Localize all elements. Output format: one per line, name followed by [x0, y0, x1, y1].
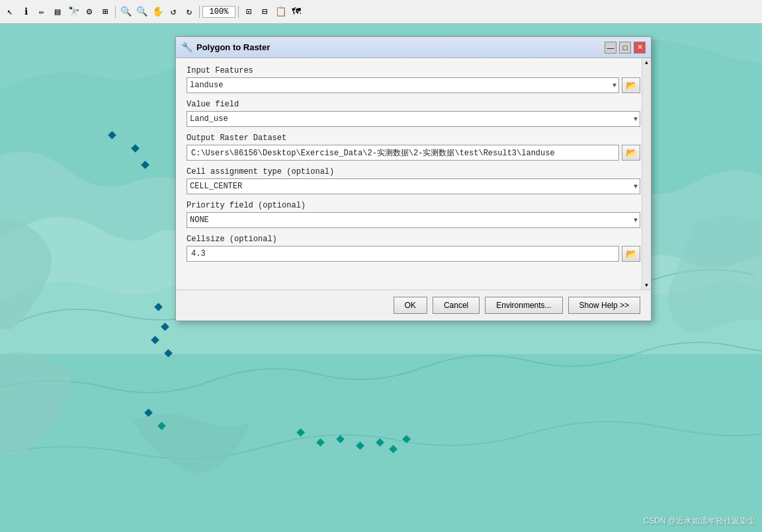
cellsize-row: 📂 — [187, 246, 640, 262]
dialog-title-icon: 🔧 — [181, 42, 192, 53]
dialog-footer: OK Cancel Environments... Show Help >> — [176, 289, 651, 321]
priority-field-group: Priority field (optional) NONE ▼ — [187, 201, 640, 228]
info-icon[interactable]: ℹ — [19, 5, 33, 19]
output-raster-input[interactable] — [187, 145, 619, 161]
input-features-browse-button[interactable]: 📂 — [622, 77, 640, 93]
tool12-icon[interactable]: 🗺 — [289, 5, 304, 19]
cellsize-label: Cellsize (optional) — [187, 235, 640, 244]
cell-assignment-select-wrapper: CELL_CENTER ▼ — [187, 178, 640, 194]
output-raster-browse-button[interactable]: 📂 — [622, 145, 640, 161]
dialog-title-buttons: — □ ✕ — [605, 42, 646, 54]
watermark: CSDN @近水如流年轻往返染尘 — [643, 515, 755, 527]
minimize-button[interactable]: — — [605, 42, 616, 54]
scroll-down-arrow[interactable]: ▼ — [645, 282, 648, 288]
cancel-button[interactable]: Cancel — [433, 297, 480, 314]
tool10-icon[interactable]: ⊟ — [257, 5, 272, 19]
scroll-up-arrow[interactable]: ▲ — [645, 59, 648, 65]
cellsize-input[interactable] — [187, 246, 619, 262]
tool6-icon[interactable]: ⊞ — [98, 5, 112, 19]
output-raster-group: Output Raster Dataset 📂 — [187, 133, 640, 161]
dialog-title-text: Polygon to Raster — [196, 42, 270, 52]
show-help-button[interactable]: Show Help >> — [568, 297, 640, 314]
pan-icon[interactable]: ✋ — [150, 5, 165, 19]
priority-field-label: Priority field (optional) — [187, 201, 640, 210]
tool7-icon[interactable]: ↺ — [166, 5, 181, 19]
binoculars-icon[interactable]: 🔭 — [66, 5, 81, 19]
cell-assignment-label: Cell assignment type (optional) — [187, 167, 640, 176]
value-field-select[interactable]: Land_use — [187, 111, 640, 127]
cell-assignment-group: Cell assignment type (optional) CELL_CEN… — [187, 167, 640, 194]
sep2 — [199, 6, 200, 18]
zoom-level[interactable]: 100% — [202, 6, 235, 18]
value-field-group: Value field Land_use ▼ — [187, 100, 640, 127]
maximize-button[interactable]: □ — [619, 42, 631, 54]
tool8-icon[interactable]: ↻ — [182, 5, 196, 19]
value-field-label: Value field — [187, 100, 640, 109]
value-field-row: Land_use ▼ — [187, 111, 640, 127]
scrollbar[interactable]: ▲ ▼ — [642, 58, 651, 289]
sep3 — [238, 6, 239, 18]
dialog-titlebar: 🔧 Polygon to Raster — □ ✕ — [176, 37, 651, 58]
sep1 — [115, 6, 116, 18]
priority-field-select[interactable]: NONE — [187, 212, 640, 228]
zoom-out-icon[interactable]: 🔍 — [134, 5, 149, 19]
close-button[interactable]: ✕ — [634, 42, 646, 54]
polygon-to-raster-dialog: 🔧 Polygon to Raster — □ ✕ ▲ ▼ Input Feat… — [175, 36, 652, 321]
input-features-select[interactable]: landuse — [187, 77, 619, 93]
input-features-label: Input Features — [187, 66, 640, 75]
output-raster-label: Output Raster Dataset — [187, 133, 640, 143]
cell-assignment-select[interactable]: CELL_CENTER — [187, 178, 640, 194]
ok-button[interactable]: OK — [394, 297, 427, 314]
cellsize-group: Cellsize (optional) 📂 — [187, 235, 640, 262]
edit-icon[interactable]: ✏ — [34, 5, 49, 19]
spacer — [187, 268, 640, 282]
value-field-select-wrapper: Land_use ▼ — [187, 111, 640, 127]
select-icon[interactable]: ↖ — [3, 5, 17, 19]
input-features-row: landuse ▼ 📂 — [187, 77, 640, 93]
dialog-content: ▲ ▼ Input Features landuse ▼ 📂 Value fie… — [176, 58, 651, 289]
priority-field-select-wrapper: NONE ▼ — [187, 212, 640, 228]
tool9-icon[interactable]: ⊡ — [241, 5, 256, 19]
label-icon[interactable]: ▤ — [50, 5, 65, 19]
cellsize-browse-button[interactable]: 📂 — [622, 246, 640, 262]
cell-assignment-row: CELL_CENTER ▼ — [187, 178, 640, 194]
dialog-title-left: 🔧 Polygon to Raster — [181, 42, 270, 53]
zoom-in-icon[interactable]: 🔍 — [118, 5, 133, 19]
environments-button[interactable]: Environments... — [485, 297, 562, 314]
input-features-select-wrapper: landuse ▼ — [187, 77, 619, 93]
tool11-icon[interactable]: 📋 — [273, 5, 288, 19]
output-raster-row: 📂 — [187, 145, 640, 161]
input-features-group: Input Features landuse ▼ 📂 — [187, 66, 640, 93]
toolbar: ↖ ℹ ✏ ▤ 🔭 ⚙ ⊞ 🔍 🔍 ✋ ↺ ↻ 100% ⊡ ⊟ 📋 🗺 — [0, 0, 762, 24]
priority-field-row: NONE ▼ — [187, 212, 640, 228]
tool5-icon[interactable]: ⚙ — [82, 5, 97, 19]
